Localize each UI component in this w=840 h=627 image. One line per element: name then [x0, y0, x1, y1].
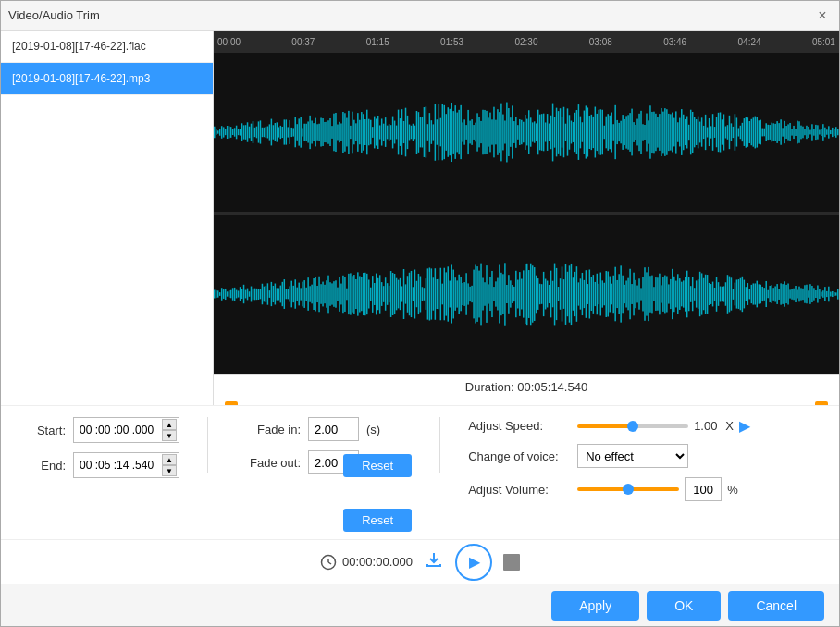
trim-slider-bar[interactable] [214, 400, 839, 405]
svg-rect-439 [392, 273, 393, 315]
svg-rect-29 [266, 127, 266, 138]
reset-button-1[interactable]: Reset [343, 454, 412, 477]
start-field: Start: ▲ ▼ [19, 417, 179, 443]
svg-rect-555 [605, 271, 606, 317]
svg-rect-100 [396, 126, 397, 140]
svg-rect-298 [760, 120, 761, 145]
svg-rect-639 [760, 285, 761, 304]
start-input[interactable] [80, 424, 158, 436]
end-input[interactable] [80, 459, 158, 472]
svg-rect-317 [795, 129, 796, 136]
svg-rect-680 [835, 292, 836, 295]
svg-rect-331 [821, 129, 821, 136]
fade-out-label: Fade out: [236, 456, 301, 470]
svg-rect-486 [478, 271, 479, 318]
file-item-flac[interactable]: [2019-01-08][17-46-22].flac [1, 31, 213, 63]
svg-rect-288 [742, 123, 743, 141]
svg-rect-559 [612, 276, 613, 313]
svg-rect-27 [262, 128, 263, 137]
end-field: End: ▲ ▼ [19, 452, 179, 478]
svg-rect-328 [815, 125, 816, 140]
svg-rect-372 [269, 290, 270, 298]
svg-rect-143 [475, 123, 476, 142]
svg-rect-551 [599, 284, 599, 304]
svg-rect-564 [622, 276, 623, 314]
svg-rect-539 [576, 266, 577, 322]
svg-rect-204 [587, 107, 588, 156]
svg-rect-528 [556, 268, 557, 320]
svg-rect-239 [651, 112, 652, 153]
start-spin-down[interactable]: ▼ [162, 430, 177, 441]
volume-value[interactable] [685, 477, 722, 501]
svg-rect-62 [326, 122, 327, 142]
svg-rect-442 [398, 280, 399, 309]
svg-rect-404 [327, 276, 328, 314]
svg-rect-250 [672, 113, 673, 153]
fade-in-input[interactable] [308, 417, 359, 441]
svg-rect-418 [353, 275, 354, 314]
svg-rect-426 [368, 279, 369, 308]
svg-rect-591 [672, 269, 673, 319]
svg-rect-173 [530, 117, 531, 146]
svg-rect-636 [755, 283, 756, 304]
speed-play-button[interactable]: ▶ [739, 417, 750, 435]
svg-rect-190 [562, 117, 562, 147]
svg-rect-363 [253, 289, 253, 300]
export-button[interactable] [424, 549, 444, 574]
svg-rect-672 [821, 292, 821, 297]
svg-rect-238 [649, 105, 650, 158]
svg-rect-206 [591, 115, 592, 150]
svg-rect-413 [344, 277, 345, 312]
svg-rect-497 [499, 265, 500, 324]
reset-button-2[interactable]: Reset [343, 509, 412, 532]
apply-button[interactable]: Apply [551, 591, 639, 621]
end-spin-up[interactable]: ▲ [162, 454, 177, 465]
svg-rect-646 [772, 288, 773, 301]
svg-rect-325 [809, 130, 810, 135]
svg-rect-445 [403, 269, 404, 319]
svg-rect-60 [322, 118, 323, 146]
play-icon: ▶ [469, 553, 480, 571]
svg-rect-293 [751, 119, 752, 145]
cancel-button[interactable]: Cancel [728, 591, 824, 621]
speed-slider[interactable] [577, 424, 688, 428]
play-button[interactable]: ▶ [455, 544, 492, 581]
svg-rect-595 [679, 278, 680, 310]
stop-button[interactable] [503, 554, 520, 571]
svg-rect-217 [611, 113, 611, 153]
svg-rect-365 [256, 289, 257, 300]
file-item-mp3[interactable]: [2019-01-08][17-46-22].mp3 [1, 63, 213, 95]
svg-rect-465 [440, 268, 441, 321]
svg-rect-130 [451, 103, 451, 162]
close-button[interactable]: × [813, 6, 832, 25]
trim-handle-left[interactable] [225, 401, 238, 405]
svg-rect-172 [528, 110, 529, 154]
svg-rect-380 [284, 279, 285, 309]
file-list: [2019-01-08][17-46-22].flac [2019-01-08]… [1, 31, 214, 405]
svg-rect-458 [427, 268, 428, 319]
svg-rect-241 [655, 114, 656, 151]
voice-select[interactable]: No effect Male Female Robot Echo [577, 444, 688, 468]
svg-rect-46 [296, 124, 297, 141]
svg-rect-271 [710, 126, 711, 138]
svg-rect-541 [580, 278, 581, 309]
svg-rect-90 [377, 116, 378, 149]
ok-button[interactable]: OK [647, 591, 721, 621]
start-spin-up[interactable]: ▲ [162, 419, 177, 430]
svg-rect-628 [740, 278, 741, 311]
svg-rect-94 [385, 117, 386, 147]
end-spin-down[interactable]: ▼ [162, 465, 177, 476]
svg-rect-567 [627, 278, 628, 311]
svg-rect-664 [806, 285, 807, 303]
svg-rect-668 [813, 288, 814, 300]
svg-rect-625 [735, 283, 735, 306]
svg-rect-322 [804, 129, 805, 135]
svg-rect-237 [648, 120, 649, 143]
svg-rect-212 [602, 110, 603, 154]
volume-slider[interactable] [577, 487, 679, 491]
marker-2: 01:15 [366, 37, 389, 47]
svg-rect-505 [513, 287, 514, 301]
time-control-group: Start: ▲ ▼ End: ▲ [19, 417, 179, 478]
trim-handle-right[interactable] [815, 401, 828, 405]
marker-1: 00:37 [291, 37, 315, 47]
